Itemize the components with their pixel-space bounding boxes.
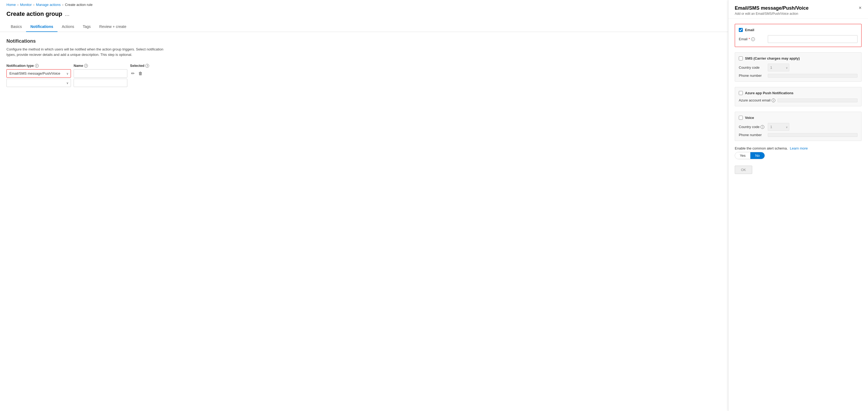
- email-section: Email Email * i: [735, 24, 862, 47]
- breadcrumb-home[interactable]: Home: [6, 3, 16, 7]
- sms-country-code-select[interactable]: 1: [768, 64, 789, 71]
- sms-checkbox-row: SMS (Carrier charges may apply): [739, 56, 858, 60]
- breadcrumb-sep-2: ›: [33, 3, 34, 7]
- voice-country-code-row: Country code i 1 ∨: [739, 123, 858, 131]
- tab-notifications[interactable]: Notifications: [26, 22, 58, 32]
- row-actions-1: ✏ 🗑: [130, 70, 721, 77]
- sms-checkbox[interactable]: [739, 56, 743, 60]
- push-email-label-text: Azure account email: [739, 98, 771, 102]
- voice-country-code-info-icon[interactable]: i: [761, 125, 764, 129]
- breadcrumb-monitor[interactable]: Monitor: [20, 3, 32, 7]
- push-checkbox[interactable]: [739, 91, 743, 95]
- breadcrumb-current: Create action rule: [65, 3, 93, 7]
- push-label[interactable]: Azure app Push Notifications: [745, 91, 794, 95]
- notifications-description: Configure the method in which users will…: [6, 47, 168, 57]
- voice-phone-input: [768, 133, 858, 137]
- tab-review-create[interactable]: Review + create: [95, 22, 131, 32]
- tab-basics[interactable]: Basics: [6, 22, 26, 32]
- notif-type-select-wrap-2[interactable]: Email/SMS message/Push/Voice Azure Resou…: [6, 79, 71, 87]
- notif-type-header-text: Notification type: [6, 64, 34, 68]
- email-field-label: Email * i: [739, 37, 766, 41]
- schema-section: Enable the common alert schema. Learn mo…: [735, 146, 862, 159]
- voice-phone-row: Phone number: [739, 133, 858, 137]
- voice-country-code-label-text: Country code: [739, 125, 760, 129]
- push-email-label: Azure account email i: [739, 98, 775, 102]
- voice-country-code-chevron: ∨: [786, 125, 788, 128]
- notifications-section-title: Notifications: [6, 38, 721, 44]
- sms-country-code-row: Country code 1 ∨: [739, 64, 858, 71]
- email-required-star: *: [749, 37, 750, 41]
- voice-checkbox[interactable]: [739, 116, 743, 120]
- page-title: Create action group: [6, 10, 62, 18]
- learn-more-link[interactable]: Learn more: [790, 146, 808, 150]
- page-title-row: Create action group ...: [0, 9, 728, 22]
- push-email-row: Azure account email i: [739, 98, 858, 102]
- edit-button-1[interactable]: ✏: [130, 70, 136, 77]
- col-header-notification-type: Notification type i: [6, 64, 71, 68]
- selected-header-text: Selected: [130, 64, 144, 68]
- voice-country-code-wrap: 1 ∨: [768, 123, 789, 131]
- panel-title: Email/SMS message/Push/Voice: [735, 5, 809, 11]
- voice-section: Voice Country code i 1 ∨ Phone number: [735, 112, 862, 141]
- delete-button-1[interactable]: 🗑: [137, 70, 144, 77]
- panel-close-button[interactable]: ×: [859, 5, 862, 10]
- panel-body: Email Email * i SMS (Carrier charges may…: [728, 19, 868, 179]
- voice-country-code-label: Country code i: [739, 125, 766, 129]
- tab-tags[interactable]: Tags: [79, 22, 95, 32]
- notif-type-select-wrap-1[interactable]: Email/SMS message/Push/Voice Azure Resou…: [6, 69, 71, 77]
- panel-title-block: Email/SMS message/Push/Voice Add or edit…: [735, 5, 809, 15]
- page-options-button[interactable]: ...: [65, 11, 69, 17]
- sms-label[interactable]: SMS (Carrier charges may apply): [745, 56, 800, 60]
- content-area: Notifications Configure the method in wh…: [0, 32, 728, 95]
- notif-type-info-icon[interactable]: i: [35, 64, 39, 68]
- sms-phone-input: [768, 74, 858, 77]
- schema-text: Enable the common alert schema.: [735, 146, 788, 150]
- email-checkbox[interactable]: [739, 28, 743, 32]
- schema-toggle-yes[interactable]: Yes: [735, 152, 750, 159]
- schema-toggle-no[interactable]: No: [750, 152, 765, 159]
- sms-country-code-chevron: ∨: [786, 66, 788, 69]
- panel-subtitle: Add or edit an Email/SMS/Push/Voice acti…: [735, 12, 809, 15]
- name-header-text: Name: [73, 64, 83, 68]
- tab-actions[interactable]: Actions: [58, 22, 79, 32]
- selected-info-icon[interactable]: i: [145, 64, 149, 68]
- tabs: Basics Notifications Actions Tags Review…: [0, 22, 728, 32]
- sms-country-code-wrap: 1 ∨: [768, 64, 789, 71]
- notif-type-select-1[interactable]: Email/SMS message/Push/Voice Azure Resou…: [7, 70, 71, 77]
- push-checkbox-row: Azure app Push Notifications: [739, 91, 858, 95]
- voice-phone-label: Phone number: [739, 133, 766, 137]
- col-header-selected: Selected i: [130, 64, 173, 68]
- sms-phone-row: Phone number: [739, 74, 858, 77]
- breadcrumb-sep-1: ›: [18, 3, 19, 7]
- panel-header: Email/SMS message/Push/Voice Add or edit…: [728, 0, 868, 19]
- sms-country-code-label: Country code: [739, 66, 766, 70]
- breadcrumb-manage-actions[interactable]: Manage actions: [36, 3, 61, 7]
- col-header-name: Name i: [73, 64, 127, 68]
- push-email-info-icon[interactable]: i: [772, 99, 775, 102]
- right-panel: Email/SMS message/Push/Voice Add or edit…: [728, 0, 868, 411]
- email-input[interactable]: [768, 35, 858, 43]
- email-label[interactable]: Email: [745, 28, 754, 32]
- push-email-input: [777, 99, 858, 102]
- sms-section: SMS (Carrier charges may apply) Country …: [735, 53, 862, 81]
- table-row-1: Email/SMS message/Push/Voice Azure Resou…: [6, 69, 721, 77]
- email-info-icon[interactable]: i: [751, 37, 755, 41]
- table-headers: Notification type i Name i Selected i: [6, 64, 721, 68]
- voice-label[interactable]: Voice: [745, 116, 754, 120]
- email-field-row: Email * i: [739, 35, 858, 43]
- schema-row: Enable the common alert schema. Learn mo…: [735, 146, 862, 150]
- breadcrumb-sep-3: ›: [62, 3, 63, 7]
- schema-toggle-group: Yes No: [735, 152, 765, 159]
- name-input-2[interactable]: [73, 79, 127, 87]
- name-info-icon[interactable]: i: [84, 64, 88, 68]
- email-checkbox-row: Email: [739, 28, 858, 32]
- push-section: Azure app Push Notifications Azure accou…: [735, 87, 862, 106]
- table-row-2: Email/SMS message/Push/Voice Azure Resou…: [6, 79, 721, 87]
- main-panel: Home › Monitor › Manage actions › Create…: [0, 0, 728, 411]
- name-input-1[interactable]: [73, 69, 127, 77]
- email-field-label-text: Email: [739, 37, 748, 41]
- ok-button[interactable]: OK: [735, 166, 752, 174]
- notif-type-select-2[interactable]: Email/SMS message/Push/Voice Azure Resou…: [7, 79, 71, 87]
- voice-country-code-select[interactable]: 1: [768, 123, 789, 131]
- voice-checkbox-row: Voice: [739, 116, 858, 120]
